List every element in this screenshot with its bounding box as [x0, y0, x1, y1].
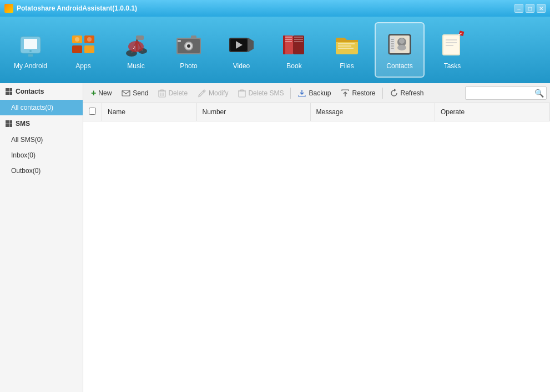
delete-label: Delete: [168, 89, 188, 97]
svg-rect-38: [338, 45, 351, 47]
nav-book[interactable]: Book: [269, 22, 319, 78]
restore-icon: [341, 89, 350, 98]
modify-label: Modify: [209, 89, 228, 97]
modify-button[interactable]: Modify: [193, 86, 233, 100]
svg-rect-34: [294, 41, 303, 42]
restore-button[interactable]: Restore: [336, 86, 380, 100]
nav-music[interactable]: ♪ Music: [111, 22, 161, 78]
svg-rect-2: [28, 54, 33, 57]
col-number: Number: [196, 103, 310, 121]
svg-point-14: [128, 41, 144, 52]
sidebar-all-sms[interactable]: All SMS(0): [0, 132, 83, 147]
svg-rect-52: [443, 35, 459, 54]
sidebar-sms-header[interactable]: SMS: [0, 115, 83, 132]
nav-photo[interactable]: Photo: [164, 22, 214, 78]
delete-sms-icon: [238, 89, 246, 98]
select-all-checkbox[interactable]: [89, 108, 96, 115]
svg-rect-22: [178, 40, 181, 42]
nav-files-label: Files: [340, 62, 354, 70]
svg-rect-32: [294, 37, 303, 38]
modify-icon: [198, 89, 206, 98]
sidebar-all-contacts[interactable]: All contacts(0): [0, 100, 83, 115]
svg-rect-46: [391, 39, 394, 40]
send-button[interactable]: Send: [117, 87, 153, 99]
svg-rect-31: [285, 41, 292, 42]
svg-point-8: [75, 37, 79, 42]
contacts-section-label: Contacts: [16, 88, 44, 95]
svg-rect-62: [160, 90, 164, 91]
photo-icon: [174, 30, 203, 59]
nav-tasks-label: Tasks: [444, 62, 461, 70]
sidebar: Contacts All contacts(0) SMS All SMS(0) …: [0, 83, 83, 392]
content-area: + New Send: [83, 83, 550, 392]
nav-contacts[interactable]: Contacts: [375, 22, 425, 78]
send-label: Send: [133, 89, 148, 97]
nav-tasks[interactable]: ✓ Tasks: [427, 22, 477, 78]
maximize-button[interactable]: □: [526, 4, 534, 13]
nav-book-label: Book: [286, 62, 301, 70]
close-button[interactable]: ✕: [537, 4, 546, 13]
minimize-button[interactable]: –: [514, 4, 523, 13]
nav-apps[interactable]: Apps: [58, 22, 108, 78]
table-header-row: Name Number Message Operate: [83, 103, 550, 121]
delete-button[interactable]: Delete: [154, 86, 192, 100]
svg-rect-37: [338, 43, 355, 44]
col-checkbox: [83, 103, 102, 121]
svg-rect-50: [391, 48, 394, 49]
delete-sms-button[interactable]: Delete SMS: [234, 86, 288, 100]
my-android-icon: [16, 30, 45, 59]
svg-rect-13: [136, 35, 144, 40]
col-operate: Operate: [435, 103, 549, 121]
nav-my-android[interactable]: My Android: [6, 22, 55, 78]
svg-point-3: [29, 50, 32, 52]
contacts-icon: [385, 30, 414, 59]
svg-rect-35: [283, 35, 285, 54]
send-icon: [122, 89, 130, 97]
sms-grid-icon: [6, 120, 12, 127]
nav-files[interactable]: Files: [322, 22, 372, 78]
app-icon: [4, 4, 13, 13]
tasks-icon: ✓: [438, 30, 467, 59]
svg-rect-30: [285, 39, 292, 40]
search-input[interactable]: [468, 89, 534, 97]
svg-rect-59: [122, 90, 130, 96]
divider-1: [290, 88, 291, 99]
svg-rect-33: [294, 39, 303, 40]
svg-rect-47: [391, 41, 394, 42]
svg-rect-21: [191, 35, 196, 39]
svg-point-9: [87, 37, 92, 42]
backup-icon: [297, 89, 306, 98]
files-icon: [332, 30, 361, 59]
svg-rect-49: [391, 45, 394, 47]
svg-rect-27: [284, 35, 293, 54]
nav-video[interactable]: Video: [216, 22, 266, 78]
app-title: Potatoshare AndroidAssistant(1.0.0.1): [17, 4, 137, 12]
col-name: Name: [102, 103, 197, 121]
delete-icon: [158, 89, 166, 98]
backup-label: Backup: [309, 89, 331, 97]
svg-rect-67: [239, 91, 245, 97]
sidebar-outbox[interactable]: Outbox(0): [0, 163, 83, 179]
nav-apps-label: Apps: [75, 62, 90, 70]
restore-label: Restore: [352, 89, 375, 97]
svg-rect-1: [24, 39, 37, 49]
new-icon: +: [91, 88, 96, 98]
nav-photo-label: Photo: [180, 62, 197, 70]
nav-music-label: Music: [127, 62, 144, 70]
new-button[interactable]: + New: [87, 86, 116, 100]
window-controls: – □ ✕: [514, 4, 546, 13]
svg-point-44: [397, 45, 406, 50]
svg-rect-7: [84, 45, 94, 53]
action-bar: + New Send: [83, 83, 550, 103]
table-area: Name Number Message Operate: [83, 103, 550, 392]
apps-icon: [69, 30, 98, 59]
refresh-button[interactable]: Refresh: [385, 86, 428, 100]
video-icon: [227, 30, 256, 59]
sidebar-contacts-header[interactable]: Contacts: [0, 83, 83, 100]
backup-button[interactable]: Backup: [293, 86, 335, 100]
svg-rect-28: [293, 35, 304, 54]
sidebar-inbox[interactable]: Inbox(0): [0, 147, 83, 163]
svg-rect-39: [338, 48, 354, 49]
svg-point-20: [187, 44, 190, 48]
new-label: New: [98, 89, 112, 97]
